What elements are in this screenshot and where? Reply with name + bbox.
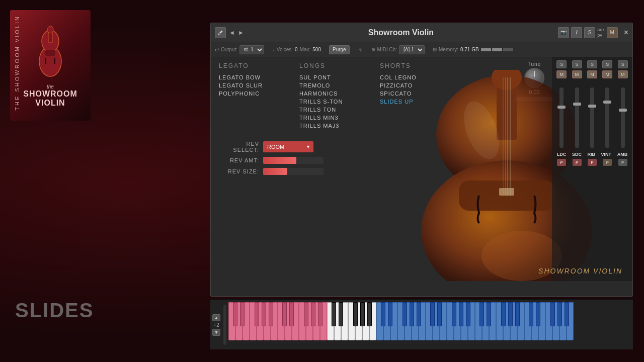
black-key-fs3[interactable] (353, 302, 358, 326)
trills-ton[interactable]: TRILLS TON (299, 107, 360, 113)
black-key-as3[interactable] (367, 302, 372, 326)
violin-illustration (33, 24, 68, 79)
black-key-cs3[interactable] (332, 302, 336, 326)
trills-ston[interactable]: TRILLS S-TON (299, 99, 360, 105)
rev-size-slider[interactable] (263, 168, 324, 175)
legato-group: LEGATO LEGATO BOW LEGATO SLUR POLYPHONIC (219, 62, 279, 131)
pink-key-gs2[interactable] (311, 302, 315, 326)
blue-black-key-fs4[interactable] (403, 302, 407, 326)
blue-black-key-as6[interactable] (515, 302, 520, 326)
memory-group: ⊞ Memory: 0.71 GB (433, 47, 513, 52)
black-key-ds3[interactable] (339, 302, 343, 326)
octave-up-button[interactable]: ▲ (212, 314, 220, 321)
blue-black-key-cs5[interactable] (430, 302, 435, 326)
trills-min3[interactable]: TRILLS MIN3 (299, 115, 360, 121)
fader-track-rib (590, 87, 594, 148)
blue-black-key-ds4[interactable] (388, 302, 392, 326)
p-btn-amb[interactable]: P (618, 159, 627, 166)
pink-key-fs2[interactable] (304, 302, 308, 326)
s-btn-2[interactable]: S (572, 60, 582, 68)
pink-key-as2[interactable] (318, 302, 323, 326)
spiccato[interactable]: SPICCATO (380, 90, 440, 97)
legato-bow[interactable]: LEGATO BOW (219, 74, 279, 80)
close-button[interactable]: × (624, 28, 628, 37)
pink-key-as1[interactable] (269, 302, 273, 326)
instrument-title: Showroom Violin (247, 28, 555, 37)
s-button[interactable]: S (584, 27, 595, 38)
blue-black-key-ds6[interactable] (487, 302, 491, 326)
next-arrow[interactable]: ► (238, 29, 244, 36)
keyboard-scroll[interactable] (223, 305, 226, 345)
m-btn-5[interactable]: M (618, 70, 628, 78)
svg-point-7 (218, 33, 220, 35)
p-btn-sdc[interactable]: P (573, 159, 582, 166)
max-label: Max: (300, 47, 311, 52)
harmonics[interactable]: HARMONICS (299, 90, 360, 97)
left-panel: THE SHOWROOM VIOLIN the SHOWROOM VIOLIN (0, 0, 209, 302)
p-btn-vint[interactable]: P (603, 159, 612, 166)
s-btn-3[interactable]: S (587, 60, 597, 68)
blue-black-key-fs5[interactable] (452, 302, 456, 326)
blue-black-key-as4[interactable] (417, 302, 421, 326)
m-btn-2[interactable]: M (572, 70, 582, 78)
p-btn-rib[interactable]: P (588, 159, 597, 166)
fader-handle-amb[interactable] (619, 109, 627, 112)
legato-slur[interactable]: LEGATO SLUR (219, 82, 279, 88)
longs-header: LONGS (299, 62, 360, 69)
output-select[interactable]: st. 1 (239, 45, 264, 54)
purge-button[interactable]: Purge (329, 45, 350, 54)
prev-arrow[interactable]: ◄ (229, 29, 235, 36)
m-btn-4[interactable]: M (602, 70, 612, 78)
fader-handle-sdc[interactable] (573, 103, 581, 106)
blue-black-key-cs6[interactable] (479, 302, 484, 326)
s-btn-1[interactable]: S (556, 60, 567, 68)
blue-black-key-gs4[interactable] (410, 302, 414, 326)
midi-label: MIDI Ch: (377, 47, 397, 52)
articulations: LEGATO LEGATO BOW LEGATO SLUR POLYPHONIC… (219, 62, 555, 131)
polyphonic[interactable]: POLYPHONIC (219, 90, 279, 97)
m-btn-3[interactable]: M (587, 70, 597, 78)
pink-key-ds1[interactable] (240, 302, 245, 326)
pink-key-gs1[interactable] (262, 302, 266, 326)
pizzicato[interactable]: PIZZICATO (380, 82, 440, 88)
s-btn-4[interactable]: S (602, 60, 612, 68)
channel-labels: LDC SDC RIB VINT AMB (554, 152, 630, 157)
blue-black-key-gs7[interactable] (557, 302, 562, 326)
voices-icon: ♩ (272, 47, 275, 52)
fader-sdc (575, 87, 579, 148)
slides-up[interactable]: SLIDES UP (380, 99, 440, 105)
rev-select[interactable]: ROOM HALL CHAMBER PLATE (263, 141, 313, 152)
octave-down-button[interactable]: ▼ (212, 329, 220, 336)
pink-key-cs1[interactable] (233, 302, 237, 326)
pink-key-fs1[interactable] (255, 302, 259, 326)
fader-handle-ldc[interactable] (557, 106, 566, 109)
pink-key-ds2[interactable] (289, 302, 294, 326)
s-btn-5[interactable]: S (618, 60, 628, 68)
info-icon[interactable]: i (571, 27, 582, 38)
col-legno[interactable]: COL LEGNO (380, 74, 440, 80)
black-key-gs3[interactable] (360, 302, 365, 326)
trills-maj3[interactable]: TRILLS MAJ3 (299, 123, 360, 129)
blue-black-key-as5[interactable] (466, 302, 470, 326)
fader-handle-vint[interactable] (603, 101, 611, 104)
sul-pont[interactable]: SUL PONT (299, 74, 360, 80)
fader-handle-rib[interactable] (588, 105, 596, 108)
blue-black-key-gs6[interactable] (508, 302, 513, 326)
blue-black-key-cs7[interactable] (529, 302, 533, 326)
wrench-icon[interactable] (215, 27, 226, 38)
m-btn-1[interactable]: M (556, 70, 567, 78)
blue-black-key-ds7[interactable] (536, 302, 540, 326)
midi-select[interactable]: [A] 1 (399, 45, 425, 54)
pink-key-cs2[interactable] (282, 302, 287, 326)
camera-icon[interactable]: 📷 (558, 27, 569, 38)
blue-black-key-ds5[interactable] (437, 302, 442, 326)
p-btn-ldc[interactable]: P (557, 159, 566, 166)
blue-black-key-fs6[interactable] (501, 302, 506, 326)
blue-black-key-fs7[interactable] (550, 302, 555, 326)
rev-amt-slider[interactable] (263, 157, 324, 164)
blue-black-key-gs5[interactable] (459, 302, 463, 326)
tremolo[interactable]: TREMOLO (299, 82, 360, 88)
blue-black-key-cs4[interactable] (381, 302, 385, 326)
blue-black-key-as7[interactable] (565, 302, 569, 326)
m-button[interactable]: M (607, 27, 618, 38)
